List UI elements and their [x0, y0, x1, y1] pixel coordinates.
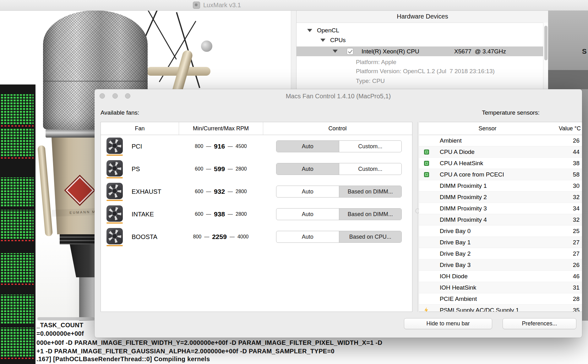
sensor-value-label: 30	[573, 182, 580, 189]
fan-current-rpm: 599	[214, 165, 225, 173]
disclosure-triangle-icon[interactable]	[320, 39, 325, 42]
fan-max-rpm: 2800	[236, 166, 247, 172]
tree-item-device-selected[interactable]: Intel(R) Xeon(R) CPU X5677 @ 3.47GHz	[297, 46, 543, 56]
fan-auto-button[interactable]: Auto	[276, 141, 339, 152]
fan-icon	[106, 228, 123, 244]
render-view-horizontal-scrollbar-thumb[interactable]	[37, 317, 95, 320]
device-checkbox[interactable]	[347, 48, 353, 55]
hide-to-menu-bar-button[interactable]: Hide to menu bar	[404, 318, 492, 329]
fan-speed-indicator	[106, 222, 123, 224]
fan-current-rpm: 2259	[212, 233, 227, 241]
sensors-table: Sensor Value °C Ambient26CPU A Diode44CP…	[419, 122, 582, 312]
fan-auto-button[interactable]: Auto	[276, 163, 339, 175]
sensor-name-label: Ambient	[440, 137, 573, 144]
sensor-name-label: CPU A HeatSink	[440, 160, 573, 167]
fan-hub	[112, 166, 117, 171]
fan-control-segmented: AutoBased on CPU...	[276, 231, 402, 243]
sensor-icon-slot	[424, 307, 432, 312]
tree-item-opencl[interactable]: OpenCL	[307, 26, 339, 35]
luxmark-window-title: LuxMark v3.1	[203, 2, 241, 9]
fan-rpm-readout: 600—932—2800	[174, 180, 268, 203]
disclosure-triangle-icon[interactable]	[333, 50, 338, 53]
sensor-icon-slot	[424, 172, 432, 177]
sensor-value-label: 34	[573, 205, 580, 212]
fan-control-segmented: AutoCustom...	[276, 163, 402, 175]
fan-mode-button[interactable]: Based on CPU...	[339, 231, 402, 242]
rpm-separator: —	[206, 166, 211, 172]
activity-marker-row	[1, 358, 34, 359]
fan-auto-button[interactable]: Auto	[276, 186, 339, 197]
fans-column-fan: Fan	[101, 122, 179, 135]
cpu-activity-strip	[0, 84, 35, 364]
sensor-row: Drive Bay 127	[419, 237, 582, 248]
fan-mode-button[interactable]: Based on DIMM...	[339, 186, 402, 197]
fan-row: EXHAUST600—932—2800AutoBased on DIMM...	[101, 180, 412, 203]
sensors-column-value: Value °C	[559, 122, 581, 135]
sensor-name-label: DIMM Proximity 2	[440, 194, 573, 201]
sensor-name-label: PCIE Ambient	[440, 296, 573, 302]
fan-max-rpm: 2800	[236, 189, 247, 194]
fan-row: BOOSTA800—2259—4000AutoBased on CPU...	[101, 225, 412, 248]
hardware-devices-header: Hardware Devices	[297, 10, 548, 23]
fan-name-label: BOOSTA	[132, 225, 157, 248]
sensor-value-label: 32	[573, 194, 580, 201]
sensor-row: Ambient26	[419, 135, 582, 146]
chip-icon	[424, 161, 429, 166]
fan-icon	[106, 205, 123, 222]
sensor-row: Drive Bay 326	[419, 259, 582, 271]
chip-icon	[424, 149, 429, 155]
sensor-row: DIMM Proximity 232	[419, 192, 582, 203]
sensor-row: DIMM Proximity 130	[419, 180, 582, 192]
fan-mode-button[interactable]: Based on DIMM...	[339, 209, 402, 220]
fan-speed-indicator	[106, 200, 123, 201]
shock-mount-bar	[37, 145, 53, 236]
tree-item-label: CPUs	[330, 37, 346, 44]
sensor-row: CPU A Diode44	[419, 146, 582, 158]
fan-name-label: PS	[132, 158, 140, 180]
fan-hub	[112, 211, 117, 216]
sensor-value-label: 26	[573, 137, 580, 144]
fan-row: PS600—599—2800AutoCustom...	[101, 158, 412, 180]
sensor-row: DIMM Proximity 432	[419, 214, 582, 225]
desktop: EUMANN MICROPHON Hardware Devices OpenCL…	[0, 0, 588, 364]
panel-splitter	[417, 122, 418, 312]
fan-mode-button[interactable]: Custom...	[339, 163, 402, 175]
sensor-name-label: PSMI Supply AC/DC Supply 1	[440, 307, 573, 312]
tree-item-cpus[interactable]: CPUs	[320, 35, 346, 45]
fan-auto-button[interactable]: Auto	[276, 231, 339, 242]
disclosure-triangle-icon[interactable]	[307, 29, 312, 32]
fan-name-label: INTAKE	[132, 203, 154, 225]
cpu-activity-grid	[1, 328, 34, 356]
panel-scrollbar-thumb[interactable]	[544, 26, 547, 60]
sensor-row: CPU A HeatSink38	[419, 158, 582, 169]
header-divider	[179, 122, 179, 135]
fan-control-segmented: AutoBased on DIMM...	[276, 186, 402, 198]
fan-rpm-readout: 600—938—2800	[174, 203, 268, 225]
fans-column-control: Control	[263, 122, 412, 135]
preferences-button[interactable]: Preferences...	[503, 318, 576, 329]
activity-marker-row	[1, 157, 34, 159]
fan-window-title: Macs Fan Control 1.4.10 (MacPro5,1)	[95, 89, 582, 103]
sensor-value-label: 44	[573, 149, 580, 155]
sensor-row: IOH Diode46	[419, 271, 582, 282]
log-line: =0.000000e+00f	[36, 330, 84, 337]
activity-marker-row	[1, 240, 34, 241]
cpu-activity-grid	[1, 253, 34, 282]
fan-auto-button[interactable]: Auto	[276, 209, 339, 220]
sensor-icon-slot	[424, 149, 432, 155]
fan-min-rpm: 600	[195, 211, 203, 217]
fan-hub	[112, 143, 117, 149]
fan-name-label: PCI	[132, 135, 142, 158]
sensor-icon-slot	[424, 161, 432, 166]
rpm-separator: —	[206, 144, 211, 149]
fan-hub	[112, 188, 117, 194]
fan-current-rpm: 932	[214, 188, 225, 195]
sensor-value-label: 38	[573, 160, 580, 167]
fan-speed-indicator	[106, 155, 123, 156]
cpu-activity-grid	[1, 177, 34, 206]
sensor-name-label: DIMM Proximity 1	[440, 182, 573, 189]
shock-mount-knob	[201, 41, 212, 52]
rpm-separator: —	[228, 144, 233, 149]
sensor-value-label: 27	[573, 250, 580, 257]
fan-mode-button[interactable]: Custom...	[339, 141, 402, 152]
